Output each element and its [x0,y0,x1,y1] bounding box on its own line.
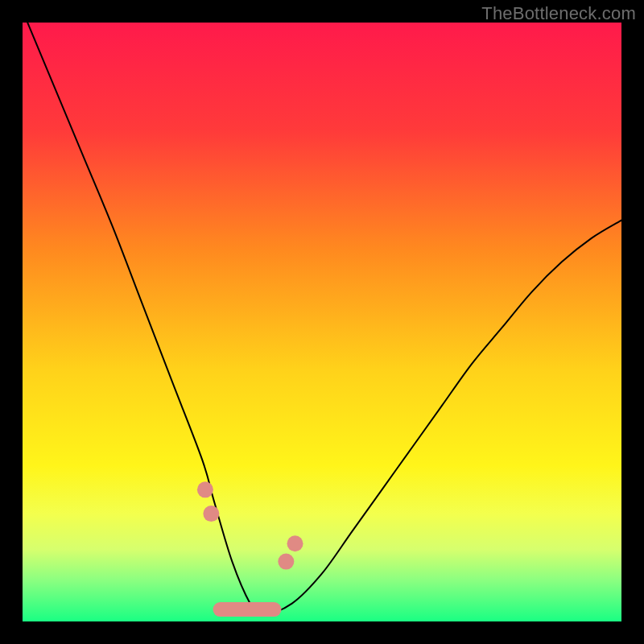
bottleneck-curve [23,10,621,615]
curve-marker-0 [197,481,213,497]
curve-marker-1 [203,506,219,522]
plot-area [23,23,621,621]
watermark-text: TheBottleneck.com [481,3,636,24]
curve-marker-3 [287,535,303,551]
chart-frame: TheBottleneck.com [0,0,644,644]
curve-marker-2 [278,554,294,570]
curve-layer [23,23,621,621]
